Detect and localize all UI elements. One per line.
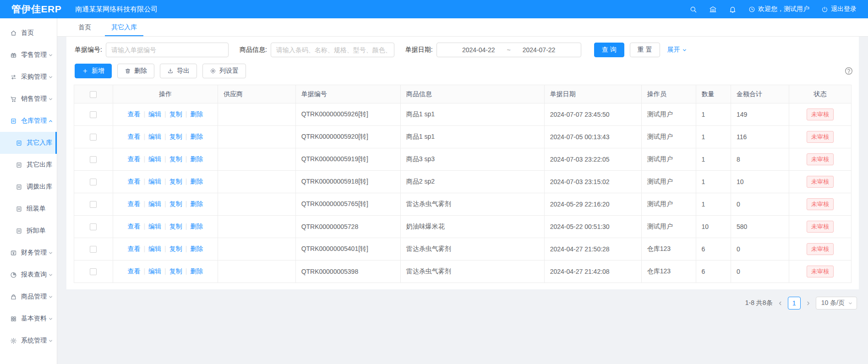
view-link[interactable]: 查看	[127, 200, 140, 207]
row-actions-cell: 查看|编辑|复制|删除	[113, 126, 218, 148]
edit-link[interactable]: 编辑	[148, 178, 161, 185]
copy-link[interactable]: 复制	[169, 200, 182, 207]
table-row: 查看|编辑|复制|删除QTRK00000005918[转]商品2 sp22024…	[74, 171, 852, 193]
page-number-button[interactable]: 1	[788, 297, 801, 310]
view-link[interactable]: 查看	[127, 155, 140, 163]
select-all-checkbox[interactable]	[90, 91, 97, 98]
copy-link[interactable]: 复制	[169, 267, 182, 275]
action-separator: |	[164, 133, 166, 140]
add-button[interactable]: 新增	[75, 64, 112, 78]
row-checkbox[interactable]	[90, 179, 97, 185]
view-link[interactable]: 查看	[127, 267, 140, 275]
view-link[interactable]: 查看	[127, 133, 140, 140]
reset-button[interactable]: 重置	[630, 43, 660, 57]
product-info-label: 商品信息:	[240, 46, 267, 54]
sidebar-item-basic-data[interactable]: 基本资料	[0, 308, 57, 330]
row-checkbox[interactable]	[90, 111, 97, 118]
edit-link[interactable]: 编辑	[148, 245, 161, 252]
chevron-down-icon	[48, 272, 53, 277]
sidebar-item-products[interactable]: 商品管理	[0, 286, 57, 308]
view-link[interactable]: 查看	[127, 178, 140, 185]
edit-link[interactable]: 编辑	[148, 110, 161, 118]
view-link[interactable]: 查看	[127, 245, 140, 252]
search-button[interactable]: 查询	[594, 43, 624, 57]
edit-link[interactable]: 编辑	[148, 133, 161, 140]
action-separator: |	[143, 155, 145, 163]
delete-link[interactable]: 删除	[190, 267, 203, 275]
next-page-button[interactable]	[805, 300, 811, 306]
row-checkbox[interactable]	[90, 156, 97, 163]
row-checkbox[interactable]	[90, 223, 97, 230]
tab-other-inbound[interactable]: 其它入库	[101, 18, 147, 36]
copy-link[interactable]: 复制	[169, 178, 182, 185]
row-checkbox[interactable]	[90, 246, 97, 253]
sidebar-subitem-other-outbound[interactable]: 其它出库	[0, 154, 57, 176]
action-separator: |	[164, 200, 166, 207]
delete-button[interactable]: 删除	[117, 64, 154, 78]
sidebar-subitem-disassembly-order[interactable]: 拆卸单	[0, 220, 57, 242]
logout-button[interactable]: 退出登录	[821, 5, 857, 13]
bank-icon[interactable]	[709, 5, 717, 13]
content-card: 单据编号: 商品信息: 单据日期: 2024-04-22 ~ 2024-07-2…	[66, 37, 859, 289]
edit-link[interactable]: 编辑	[148, 155, 161, 163]
product-info-cell: 雷达杀虫气雾剂	[400, 238, 544, 261]
bill-no-input[interactable]	[106, 43, 229, 57]
copy-link[interactable]: 复制	[169, 223, 182, 230]
edit-link[interactable]: 编辑	[148, 200, 161, 207]
status-badge: 未审核	[807, 221, 834, 233]
date-range-picker[interactable]: 2024-04-22 ~ 2024-07-22	[437, 43, 581, 57]
delete-link[interactable]: 删除	[190, 178, 203, 185]
export-button[interactable]: 导出	[160, 64, 197, 78]
delete-link[interactable]: 删除	[190, 200, 203, 207]
delete-link[interactable]: 删除	[190, 133, 203, 140]
action-separator: |	[164, 223, 166, 230]
copy-link[interactable]: 复制	[169, 110, 182, 118]
page-size-select[interactable]: 10 条/页	[816, 297, 857, 310]
operator-cell: 测试用户	[641, 126, 696, 148]
prev-page-button[interactable]	[777, 300, 783, 306]
edit-link[interactable]: 编辑	[148, 267, 161, 275]
status-badge: 未审核	[807, 109, 834, 120]
sidebar-item-finance[interactable]: 财务管理	[0, 242, 57, 264]
delete-link[interactable]: 删除	[190, 110, 203, 118]
sidebar-item-warehouse[interactable]: 仓库管理	[0, 110, 57, 132]
bell-icon[interactable]	[729, 5, 737, 13]
delete-link[interactable]: 删除	[190, 155, 203, 163]
help-icon[interactable]	[844, 66, 853, 76]
welcome-user[interactable]: 欢迎您，测试用户	[748, 5, 809, 13]
sidebar-item-home[interactable]: 首页	[0, 22, 57, 44]
sidebar-subitem-assembly-order[interactable]: 组装单	[0, 198, 57, 220]
delete-link[interactable]: 删除	[190, 223, 203, 230]
sidebar-item-reports[interactable]: 报表查询	[0, 264, 57, 286]
view-link[interactable]: 查看	[127, 223, 140, 230]
sidebar-item-purchase[interactable]: 采购管理	[0, 66, 57, 88]
date-end-value: 2024-07-22	[523, 46, 556, 54]
sidebar-subitem-transfer-outbound[interactable]: 调拨出库	[0, 176, 57, 198]
sidebar-item-system[interactable]: 系统管理	[0, 330, 57, 352]
copy-link[interactable]: 复制	[169, 245, 182, 252]
expand-link[interactable]: 展开	[667, 46, 687, 54]
product-info-input[interactable]	[271, 43, 394, 57]
copy-link[interactable]: 复制	[169, 133, 182, 140]
search-icon[interactable]	[689, 5, 697, 13]
view-link[interactable]: 查看	[127, 110, 140, 118]
column-settings-button[interactable]: 列设置	[202, 64, 246, 78]
row-checkbox[interactable]	[90, 134, 97, 141]
action-separator: |	[164, 110, 166, 118]
edit-link[interactable]: 编辑	[148, 223, 161, 230]
copy-link[interactable]: 复制	[169, 155, 182, 163]
shop-icon	[10, 52, 17, 59]
sidebar-subitem-other-inbound[interactable]: 其它入库	[0, 132, 57, 154]
chevron-down-icon	[48, 294, 53, 299]
quantity-cell: 10	[696, 216, 731, 238]
sidebar-item-sales[interactable]: 销售管理	[0, 88, 57, 110]
welcome-text: 欢迎您，测试用户	[758, 5, 809, 13]
chevron-down-icon	[48, 338, 53, 343]
tab-home[interactable]: 首页	[68, 18, 101, 36]
operator-cell: 测试用户	[641, 103, 696, 126]
sidebar-item-retail[interactable]: 零售管理	[0, 44, 57, 66]
logout-icon	[821, 6, 828, 13]
row-checkbox[interactable]	[90, 268, 97, 275]
row-checkbox[interactable]	[90, 201, 97, 208]
delete-link[interactable]: 删除	[190, 245, 203, 252]
